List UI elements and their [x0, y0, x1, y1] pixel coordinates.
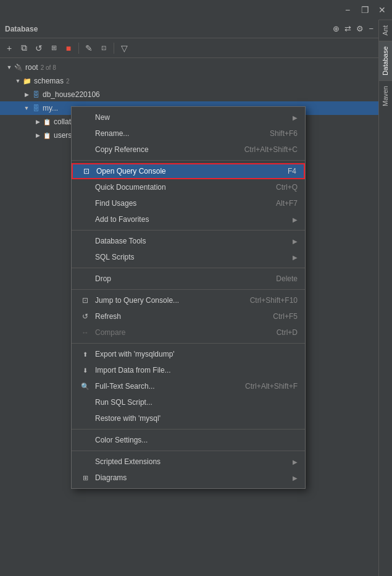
- schemas-label: schemas: [34, 77, 64, 85]
- filter-btn[interactable]: ▽: [117, 41, 131, 55]
- cm-item-import-file[interactable]: ⬇ Import Data from File...: [72, 362, 305, 378]
- cm-label-add-favorites: Add to Favorites: [95, 215, 288, 224]
- cm-label-copy-ref: Copy Reference: [95, 145, 232, 154]
- cm-label-export-mysqldump: Export with 'mysqldump': [95, 350, 298, 358]
- cm-item-scripted-ext[interactable]: Scripted Extensions ▶: [72, 454, 305, 470]
- minimize-button[interactable]: −: [343, 5, 352, 15]
- tree-row-schemas[interactable]: ▼ 📁 schemas 2: [0, 74, 378, 88]
- tab-ant[interactable]: Ant: [379, 20, 392, 41]
- cm-item-db-tools[interactable]: Database Tools ▶: [72, 233, 305, 249]
- search-icon: 🔍: [79, 380, 91, 392]
- cm-separator-1: [72, 160, 305, 161]
- new-icon: [79, 111, 91, 124]
- cm-item-color-settings[interactable]: Color Settings...: [72, 432, 305, 448]
- schemas-count: 2: [66, 78, 70, 85]
- cm-item-find-usages[interactable]: Find Usages Alt+F7: [72, 195, 305, 211]
- maximize-button[interactable]: ❐: [360, 5, 370, 15]
- cm-shortcut-full-text-search: Ctrl+Alt+Shift+F: [245, 382, 298, 391]
- add-button[interactable]: +: [2, 41, 16, 55]
- title-bar: − ❐ ✕: [0, 0, 392, 20]
- cm-label-compare: Compare: [95, 328, 264, 337]
- minimize-panel-icon[interactable]: −: [369, 24, 373, 33]
- cm-shortcut-copy-ref: Ctrl+Alt+Shift+C: [244, 145, 298, 154]
- cm-shortcut-refresh: Ctrl+F5: [273, 312, 298, 321]
- cm-item-quick-doc[interactable]: Quick Documentation Ctrl+Q: [72, 179, 305, 195]
- refresh-cm-icon: ↺: [79, 310, 91, 323]
- settings-icon[interactable]: ⚙: [356, 24, 364, 33]
- cm-item-diagrams[interactable]: ⊞ Diagrams ▶: [72, 470, 305, 486]
- my-label: my...: [43, 104, 58, 112]
- cm-label-color-settings: Color Settings...: [95, 436, 298, 444]
- panel-title: Database: [5, 25, 38, 33]
- db-tools-arrow-icon: ▶: [293, 238, 298, 245]
- cm-separator-7: [72, 451, 305, 451]
- schema-button[interactable]: ⊞: [47, 41, 60, 55]
- cm-label-run-sql: Run SQL Script...: [95, 398, 298, 407]
- tree-area[interactable]: ▼ 🔌 root 2 of 8 ▼ 📁 schemas 2 ▶ 🗄 db_hou…: [0, 58, 378, 576]
- cm-label-full-text-search: Full-Text Search...: [95, 382, 233, 391]
- cm-item-compare[interactable]: ↔ Compare Ctrl+D: [72, 324, 305, 341]
- cm-item-new[interactable]: New ▶: [72, 109, 305, 125]
- my-icon: 🗄: [31, 103, 41, 113]
- find-usages-icon: [79, 197, 91, 210]
- cm-item-drop[interactable]: Drop Delete: [72, 271, 305, 287]
- my-arrow: ▼: [22, 104, 31, 112]
- panel-header-icons: ⊕ ⇄ ⚙ −: [333, 24, 373, 33]
- ide-area: Database ⊕ ⇄ ⚙ − + ⧉ ↺ ⊞ ■ ✎ ⊡ ▽: [0, 20, 392, 576]
- new-arrow-icon: ▶: [293, 114, 298, 121]
- restore-icon: [79, 412, 91, 425]
- cm-label-rename: Rename...: [95, 129, 257, 138]
- right-tabs: Ant Database Maven: [378, 20, 392, 576]
- close-button[interactable]: ✕: [377, 5, 387, 15]
- refresh-button[interactable]: ↺: [32, 41, 46, 55]
- rename-icon: [79, 127, 91, 140]
- cm-label-quick-doc: Quick Documentation: [95, 183, 264, 192]
- cm-item-run-sql[interactable]: Run SQL Script...: [72, 394, 305, 410]
- cm-label-sql-scripts: SQL Scripts: [95, 253, 288, 261]
- panel-header: Database ⊕ ⇄ ⚙ −: [0, 20, 378, 38]
- cm-shortcut-compare: Ctrl+D: [277, 328, 298, 337]
- cm-item-add-favorites[interactable]: Add to Favorites ▶: [72, 211, 305, 227]
- cm-item-open-query[interactable]: ⊡ Open Query Console F4: [72, 163, 305, 179]
- query-console-icon: ⊡: [80, 165, 93, 177]
- copy-button[interactable]: ⧉: [17, 41, 31, 55]
- cm-item-rename[interactable]: Rename... Shift+F6: [72, 125, 305, 142]
- edit-button[interactable]: ✎: [82, 41, 96, 55]
- toolbar-separator: [78, 43, 79, 54]
- dbhouse-icon: 🗄: [31, 90, 41, 100]
- cm-item-copy-ref[interactable]: Copy Reference Ctrl+Alt+Shift+C: [72, 142, 305, 158]
- compare-icon: ↔: [79, 326, 91, 339]
- cm-separator-3: [72, 268, 305, 268]
- quick-doc-icon: [79, 181, 91, 193]
- tree-row-root[interactable]: ▼ 🔌 root 2 of 8: [0, 61, 378, 74]
- cm-shortcut-find-usages: Alt+F7: [276, 199, 298, 208]
- cm-item-jump-query[interactable]: ⊡ Jump to Query Console... Ctrl+Shift+F1…: [72, 292, 305, 308]
- tree-row-dbhouse[interactable]: ▶ 🗄 db_house220106: [0, 88, 378, 101]
- collati-icon: 📋: [42, 117, 52, 127]
- root-arrow: ▼: [5, 63, 14, 72]
- sql-scripts-icon: [79, 251, 91, 263]
- favorites-icon: [79, 213, 91, 226]
- cm-label-find-usages: Find Usages: [95, 199, 264, 208]
- color-settings-icon: [79, 434, 91, 446]
- tab-database[interactable]: Database: [379, 41, 392, 80]
- copy-ref-icon: [79, 143, 91, 156]
- cm-item-full-text-search[interactable]: 🔍 Full-Text Search... Ctrl+Alt+Shift+F: [72, 378, 305, 394]
- stop-button[interactable]: ■: [62, 41, 75, 55]
- cm-label-refresh: Refresh: [95, 312, 261, 321]
- users-icon: 📋: [42, 130, 52, 140]
- cm-item-sql-scripts[interactable]: SQL Scripts ▶: [72, 249, 305, 265]
- tab-maven[interactable]: Maven: [379, 80, 392, 111]
- users-arrow: ▶: [33, 131, 42, 140]
- root-label: root: [25, 63, 38, 72]
- cm-separator-4: [72, 289, 305, 290]
- dbhouse-label: db_house220106: [43, 90, 100, 99]
- cm-item-restore-mysql[interactable]: Restore with 'mysql': [72, 410, 305, 426]
- cm-item-refresh[interactable]: ↺ Refresh Ctrl+F5: [72, 308, 305, 324]
- console-button[interactable]: ⊡: [97, 41, 111, 55]
- root-icon: 🔌: [14, 62, 23, 72]
- cm-label-db-tools: Database Tools: [95, 237, 288, 245]
- globe-icon[interactable]: ⊕: [333, 24, 340, 33]
- cm-item-export-mysqldump[interactable]: ⬆ Export with 'mysqldump': [72, 346, 305, 362]
- filter-icon[interactable]: ⇄: [344, 24, 351, 33]
